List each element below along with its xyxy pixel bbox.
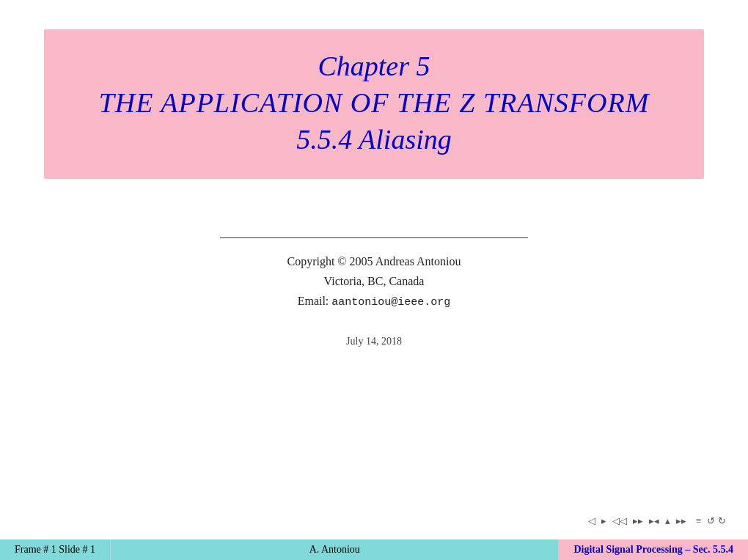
- copyright-section: Copyright © 2005 Andreas Antoniou Victor…: [44, 237, 704, 312]
- title-main: THE APPLICATION OF THE Z TRANSFORM: [73, 86, 675, 119]
- date-section: July 14, 2018: [346, 336, 402, 347]
- copyright-line3: Email: aantoniou@ieee.org: [44, 291, 704, 312]
- copyright-divider: [220, 237, 528, 238]
- nav-section-next-icon[interactable]: ▸▸: [631, 515, 645, 528]
- nav-down-icon[interactable]: ▴: [663, 515, 672, 528]
- bottom-author: A. Antoniou: [111, 539, 558, 560]
- date-text: July 14, 2018: [346, 336, 402, 347]
- bottom-title: Digital Signal Processing – Sec. 5.5.4: [559, 539, 748, 560]
- nav-prev-prev-icon[interactable]: ◁: [586, 515, 598, 528]
- nav-prev-icon[interactable]: ▸: [599, 515, 609, 528]
- nav-align-right-icon[interactable]: ≡: [696, 515, 701, 527]
- nav-search-icon[interactable]: ↻: [718, 515, 726, 527]
- nav-up-icon[interactable]: ▸◂: [647, 515, 661, 528]
- slide-container: Chapter 5 THE APPLICATION OF THE Z TRANS…: [0, 0, 748, 560]
- nav-icons[interactable]: ◁ ▸ ◁◁ ▸▸ ▸◂ ▴ ▸▸ ≡ ↺ ↻: [586, 515, 726, 528]
- email-address: aantoniou@ieee.org: [331, 296, 450, 309]
- nav-end-icon[interactable]: ▸▸: [674, 515, 689, 528]
- title-sub: 5.5.4 Aliasing: [73, 123, 675, 155]
- copyright-line2: Victoria, BC, Canada: [44, 271, 704, 291]
- nav-zoom-icon[interactable]: ↺: [707, 515, 715, 527]
- main-content: Chapter 5 THE APPLICATION OF THE Z TRANS…: [0, 0, 748, 560]
- bottom-bar: Frame # 1 Slide # 1 A. Antoniou Digital …: [0, 539, 748, 560]
- title-chapter: Chapter 5: [73, 50, 675, 82]
- email-label: Email:: [298, 295, 329, 307]
- nav-section-prev-icon[interactable]: ◁◁: [610, 515, 629, 528]
- copyright-line1: Copyright © 2005 Andreas Antoniou: [44, 251, 704, 271]
- title-box: Chapter 5 THE APPLICATION OF THE Z TRANS…: [44, 29, 704, 179]
- copyright-text: Copyright © 2005 Andreas Antoniou Victor…: [44, 251, 704, 312]
- bottom-frame-info: Frame # 1 Slide # 1: [0, 539, 110, 560]
